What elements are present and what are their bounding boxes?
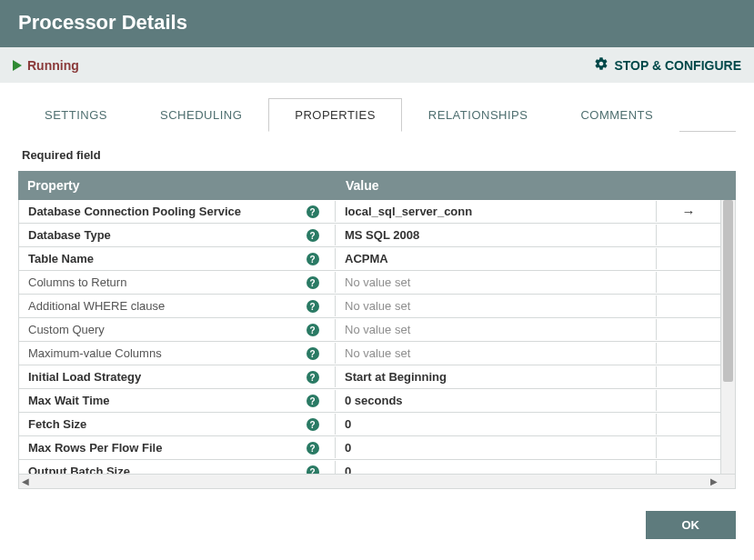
gear-icon bbox=[594, 56, 608, 74]
help-icon: ? bbox=[307, 395, 319, 407]
property-help[interactable]: ? bbox=[299, 295, 336, 317]
tab-relationships[interactable]: RELATIONSHIPS bbox=[402, 98, 555, 132]
dialog-body: SETTINGS SCHEDULING PROPERTIES RELATIONS… bbox=[0, 83, 754, 489]
property-value[interactable]: No value set bbox=[336, 272, 657, 293]
property-action bbox=[657, 255, 720, 263]
property-row: Database Type?MS SQL 2008 bbox=[19, 224, 720, 247]
status-label: Running bbox=[27, 58, 79, 73]
property-value[interactable]: MS SQL 2008 bbox=[336, 225, 657, 245]
tab-scheduling[interactable]: SCHEDULING bbox=[134, 98, 268, 132]
property-name: Maximum-value Columns bbox=[19, 343, 299, 364]
property-row: Columns to Return?No value set bbox=[19, 271, 720, 295]
property-row: Database Connection Pooling Service?loca… bbox=[19, 200, 720, 224]
property-action bbox=[657, 326, 720, 334]
property-action bbox=[657, 397, 720, 405]
properties-table-wrap: Database Connection Pooling Service?loca… bbox=[18, 200, 736, 475]
property-name: Max Rows Per Flow File bbox=[19, 437, 299, 458]
property-name: Database Connection Pooling Service bbox=[19, 201, 299, 222]
property-action bbox=[657, 445, 720, 452]
vertical-scrollbar-thumb[interactable] bbox=[723, 200, 733, 382]
property-value[interactable]: 0 bbox=[336, 437, 657, 458]
property-row: Max Wait Time?0 seconds bbox=[19, 389, 720, 413]
hscroll-right-icon[interactable]: ▶ bbox=[708, 476, 720, 486]
horizontal-scrollbar[interactable]: ◀ ▶ bbox=[18, 475, 736, 489]
help-icon: ? bbox=[307, 253, 319, 265]
property-action bbox=[657, 421, 720, 428]
ok-button[interactable]: OK bbox=[646, 511, 737, 539]
help-icon: ? bbox=[307, 276, 319, 289]
tab-settings[interactable]: SETTINGS bbox=[18, 98, 134, 132]
hscroll-track[interactable] bbox=[32, 475, 708, 488]
property-row: Fetch Size?0 bbox=[19, 413, 720, 436]
vertical-scrollbar[interactable] bbox=[721, 200, 736, 475]
dialog-footer: OK bbox=[0, 489, 754, 550]
property-help[interactable]: ? bbox=[299, 272, 336, 294]
tab-bar: SETTINGS SCHEDULING PROPERTIES RELATIONS… bbox=[18, 97, 736, 132]
help-icon: ? bbox=[307, 442, 319, 455]
help-icon: ? bbox=[307, 418, 319, 431]
property-name: Custom Query bbox=[19, 319, 299, 340]
property-name: Table Name bbox=[19, 248, 299, 269]
property-value[interactable]: No value set bbox=[336, 319, 657, 340]
property-help[interactable]: ? bbox=[299, 319, 336, 341]
property-help[interactable]: ? bbox=[299, 414, 336, 435]
running-icon bbox=[13, 60, 22, 71]
property-action bbox=[657, 303, 720, 310]
property-row: Initial Load Strategy?Start at Beginning bbox=[19, 365, 720, 389]
property-value[interactable]: local_sql_server_conn bbox=[336, 201, 657, 222]
property-help[interactable]: ? bbox=[299, 461, 336, 475]
property-help[interactable]: ? bbox=[299, 437, 336, 459]
property-name: Fetch Size bbox=[19, 414, 299, 435]
property-name: Initial Load Strategy bbox=[19, 366, 299, 387]
stop-configure-label: STOP & CONFIGURE bbox=[614, 58, 741, 73]
property-value[interactable]: No value set bbox=[336, 343, 657, 364]
property-action[interactable]: → bbox=[657, 200, 720, 223]
property-value[interactable]: ACPMA bbox=[336, 248, 657, 269]
column-header-property: Property bbox=[18, 171, 337, 200]
property-row: Table Name?ACPMA bbox=[19, 247, 720, 271]
goto-arrow-icon[interactable]: → bbox=[682, 204, 696, 219]
help-icon: ? bbox=[307, 229, 319, 242]
property-name: Max Wait Time bbox=[19, 390, 299, 411]
property-value[interactable]: Start at Beginning bbox=[336, 366, 657, 387]
hscroll-left-icon[interactable]: ◀ bbox=[19, 476, 32, 486]
property-name: Additional WHERE clause bbox=[19, 295, 299, 316]
property-value[interactable]: No value set bbox=[336, 295, 657, 316]
property-name: Columns to Return bbox=[19, 272, 299, 293]
property-help[interactable]: ? bbox=[299, 390, 336, 412]
tab-properties[interactable]: PROPERTIES bbox=[268, 98, 402, 132]
properties-table-body: Database Connection Pooling Service?loca… bbox=[18, 200, 721, 475]
property-action bbox=[657, 350, 720, 357]
required-field-label: Required field bbox=[18, 132, 736, 171]
property-row: Maximum-value Columns?No value set bbox=[19, 342, 720, 365]
dialog-title: Processor Details bbox=[18, 11, 187, 34]
help-icon: ? bbox=[307, 347, 319, 360]
property-value[interactable]: 0 seconds bbox=[336, 390, 657, 411]
property-row: Output Batch Size?0 bbox=[19, 460, 720, 475]
property-action bbox=[657, 232, 720, 239]
property-name: Output Batch Size bbox=[19, 461, 299, 475]
help-icon: ? bbox=[307, 371, 319, 384]
dialog-header: Processor Details bbox=[0, 0, 754, 47]
property-help[interactable]: ? bbox=[299, 248, 336, 270]
column-header-action bbox=[672, 171, 736, 200]
column-header-value: Value bbox=[337, 171, 672, 200]
property-action bbox=[657, 279, 720, 286]
property-action bbox=[657, 374, 720, 381]
property-action bbox=[657, 468, 720, 475]
property-value[interactable]: 0 bbox=[336, 461, 657, 475]
property-help[interactable]: ? bbox=[299, 343, 336, 365]
property-help[interactable]: ? bbox=[299, 201, 336, 223]
help-icon: ? bbox=[307, 324, 319, 336]
help-icon: ? bbox=[307, 465, 319, 475]
property-row: Custom Query?No value set bbox=[19, 318, 720, 342]
property-row: Additional WHERE clause?No value set bbox=[19, 295, 720, 318]
property-help[interactable]: ? bbox=[299, 366, 336, 388]
property-value[interactable]: 0 bbox=[336, 414, 657, 435]
tab-comments[interactable]: COMMENTS bbox=[554, 98, 679, 132]
stop-configure-button[interactable]: STOP & CONFIGURE bbox=[594, 56, 741, 74]
property-row: Max Rows Per Flow File?0 bbox=[19, 436, 720, 460]
property-name: Database Type bbox=[19, 225, 299, 245]
property-help[interactable]: ? bbox=[299, 225, 336, 246]
properties-table-header: Property Value bbox=[18, 171, 736, 200]
